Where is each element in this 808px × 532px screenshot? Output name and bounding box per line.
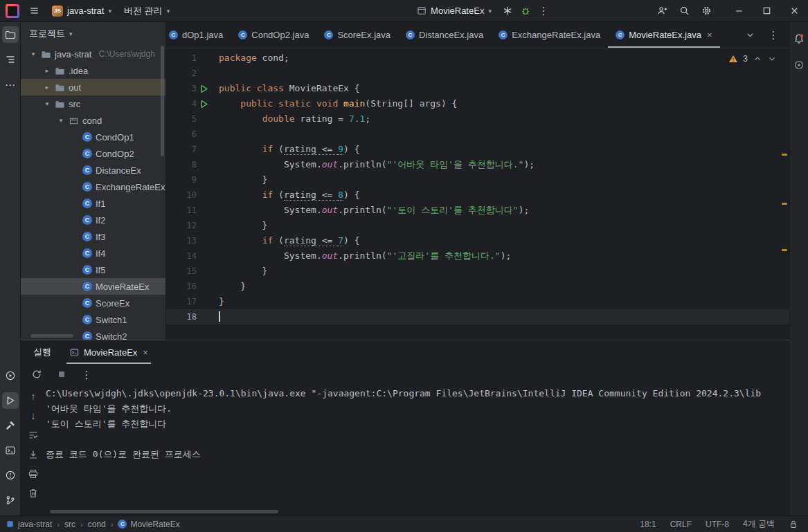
build-tool-button[interactable]	[2, 417, 19, 434]
more-v-button[interactable]: ⋮	[535, 2, 553, 20]
chevron-right-icon[interactable]: ▸	[43, 84, 51, 91]
chevron-down-icon[interactable]: ▾	[29, 51, 37, 57]
scrollbar-thumb[interactable]	[50, 510, 278, 513]
ai-assistant-tool-button[interactable]	[791, 57, 807, 73]
editor-tab-dop1-java[interactable]: CdOp1.java	[166, 22, 231, 48]
chevron-right-icon[interactable]: ▸	[43, 67, 51, 74]
run-line-button[interactable]	[199, 99, 209, 109]
tree-item-condop1[interactable]: CCondOp1	[21, 129, 165, 145]
services-tool-button[interactable]	[2, 367, 19, 384]
breadcrumb-src[interactable]: src	[64, 520, 75, 529]
warning-stripe-mark[interactable]	[782, 249, 787, 251]
loading-button[interactable]	[499, 2, 517, 20]
chevron-down-icon[interactable]: ▾	[43, 100, 51, 107]
soft-wrap-button[interactable]	[26, 428, 41, 443]
warning-stripe-mark[interactable]	[782, 154, 787, 156]
settings-button[interactable]	[697, 2, 715, 20]
console-output[interactable]: C:\Users\wjdgh\.jdks\openjdk-23.0.1\bin\…	[46, 385, 789, 508]
tree-item-condop2[interactable]: CCondOp2	[21, 145, 165, 162]
editor-tab-distanceex-java[interactable]: CDistanceEx.java	[398, 22, 491, 48]
tree-item-if3[interactable]: CIf3	[21, 228, 165, 245]
code-line-12[interactable]: 12 }	[166, 218, 789, 233]
tab-options-button[interactable]: ⋮	[764, 26, 782, 44]
tree-item-if2[interactable]: CIf2	[21, 212, 165, 228]
code-line-16[interactable]: 16 }	[166, 279, 789, 294]
run-line-button[interactable]	[199, 84, 209, 94]
project-widget[interactable]: JS java-strat ▾	[46, 3, 117, 19]
hamburger-menu-button[interactable]	[24, 3, 45, 19]
notifications-tool-button[interactable]	[791, 30, 807, 47]
debug-button[interactable]	[517, 2, 535, 20]
close-button[interactable]	[780, 0, 808, 22]
next-warning-button[interactable]	[767, 54, 777, 64]
structure-tool-button[interactable]	[2, 51, 19, 68]
scroll-to-end-button[interactable]	[26, 447, 41, 462]
hidden-tabs-button[interactable]	[741, 26, 759, 44]
code-line-6[interactable]: 6	[166, 127, 789, 142]
clear-button[interactable]	[26, 486, 41, 501]
lock-icon[interactable]	[789, 520, 798, 529]
project-tool-button[interactable]	[2, 26, 19, 43]
code-line-3[interactable]: 3public class MovieRateEx {	[166, 81, 789, 96]
indent-widget[interactable]: 4개 공백	[743, 518, 775, 530]
code-line-13[interactable]: 13 if (rating <= 7) {	[166, 233, 789, 248]
arrow-up-button[interactable]: ↑	[26, 389, 41, 404]
code-line-17[interactable]: 17}	[166, 294, 789, 309]
run-tab-movierateex[interactable]: MovieRateEx ×	[62, 340, 155, 364]
tree-item-if4[interactable]: CIf4	[21, 245, 165, 262]
console-hscrollbar[interactable]	[21, 508, 789, 515]
tree-item-scoreex[interactable]: CScoreEx	[21, 295, 165, 311]
console-line[interactable]: '어바웃 타임'을 추천합니다.	[46, 401, 789, 416]
search-button[interactable]	[675, 2, 693, 20]
minimize-button[interactable]	[725, 0, 753, 22]
tree-item-if1[interactable]: CIf1	[21, 195, 165, 212]
code-line-4[interactable]: 4 public static void main(String[] args)…	[166, 96, 789, 111]
code-line-5[interactable]: 5 double rating = 7.1;	[166, 111, 789, 127]
tree-item-idea[interactable]: ▸.idea	[21, 62, 165, 79]
inspection-widget[interactable]: 3	[728, 54, 777, 64]
vcs-widget[interactable]: 버전 관리 ▾	[118, 3, 175, 19]
more-tool-button[interactable]: ⋯	[2, 76, 19, 93]
editor-tab-movierateex-java[interactable]: CMovieRateEx.java×	[608, 22, 719, 48]
rerun-button[interactable]	[28, 365, 46, 383]
more-options-button[interactable]: ⋮	[78, 365, 96, 383]
code-line-9[interactable]: 9 }	[166, 172, 789, 187]
code-editor[interactable]: 1package cond;23public class MovieRateEx…	[166, 48, 789, 340]
project-tree-hscrollbar[interactable]	[30, 334, 73, 338]
caret-position-widget[interactable]: 18:1	[640, 520, 656, 529]
breadcrumb-java-strat[interactable]: java-strat	[6, 520, 52, 529]
code-line-2[interactable]: 2	[166, 66, 789, 81]
code-line-7[interactable]: 7 if (rating <= 9) {	[166, 142, 789, 157]
editor-tab-exchangerateex-java[interactable]: CExchangeRateEx.java	[491, 22, 608, 48]
project-tree-scrollbar[interactable]	[161, 46, 164, 156]
tree-item-switch1[interactable]: CSwitch1	[21, 311, 165, 328]
tree-item-exchangerateex[interactable]: CExchangeRateEx	[21, 178, 165, 195]
editor-tab-condop2-java[interactable]: CCondOp2.java	[231, 22, 316, 48]
run-tool-button[interactable]	[2, 392, 19, 409]
breadcrumb-cond[interactable]: cond	[88, 520, 106, 529]
stop-button[interactable]	[53, 365, 71, 383]
tree-item-movierateex[interactable]: CMovieRateEx	[21, 278, 165, 295]
close-icon[interactable]: ×	[143, 347, 148, 358]
terminal-tool-button[interactable]	[2, 442, 19, 459]
code-line-8[interactable]: 8 System.out.println("'어바웃 타임'을 추천합니다.")…	[166, 157, 789, 172]
code-line-18[interactable]: 18	[166, 309, 789, 324]
tree-item-distanceex[interactable]: CDistanceEx	[21, 162, 165, 178]
code-line-15[interactable]: 15 }	[166, 264, 789, 279]
arrow-down-button[interactable]: ↓	[26, 408, 41, 423]
print-button[interactable]	[26, 466, 41, 481]
problems-tool-button[interactable]	[2, 467, 19, 484]
chevron-down-icon[interactable]: ▾	[57, 117, 65, 124]
code-line-14[interactable]: 14 System.out.println("'고질라'를 추천합니다.");	[166, 248, 789, 264]
maximize-button[interactable]	[753, 0, 780, 22]
code-line-1[interactable]: 1package cond;	[166, 51, 789, 66]
console-line[interactable]: C:\Users\wjdgh\.jdks\openjdk-23.0.1\bin\…	[46, 386, 789, 401]
run-configuration-widget[interactable]: MovieRateEx ▾	[411, 3, 497, 19]
code-line-10[interactable]: 10 if (rating <= 8) {	[166, 187, 789, 203]
tree-item-src[interactable]: ▾src	[21, 95, 165, 112]
add-user-button[interactable]	[653, 2, 671, 20]
line-separator-widget[interactable]: CRLF	[670, 520, 692, 529]
console-line[interactable]: '토이 스토리'를 추천합니다	[46, 416, 789, 432]
tree-item-out[interactable]: ▸out	[21, 79, 165, 95]
tree-item-cond[interactable]: ▾cond	[21, 112, 165, 129]
